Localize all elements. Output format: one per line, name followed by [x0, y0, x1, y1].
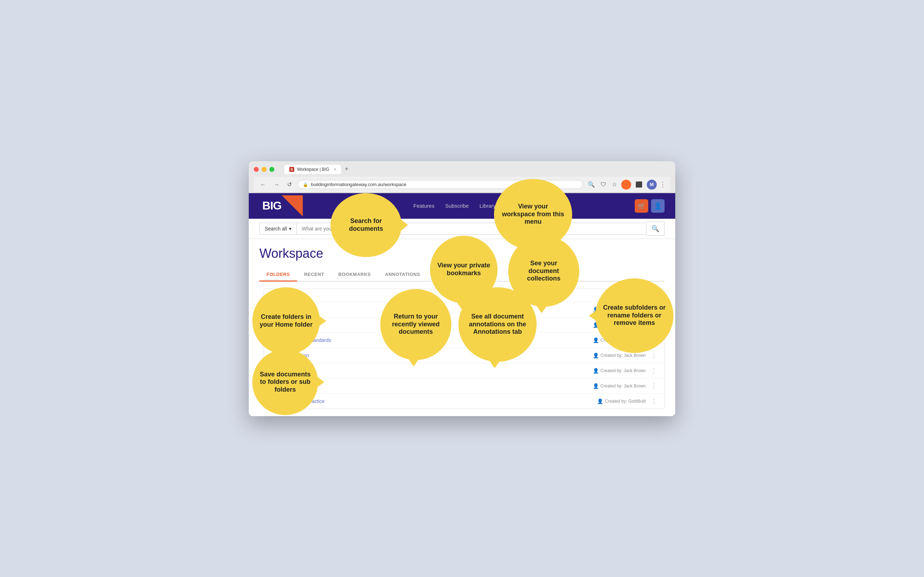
more-options-button[interactable]: ⋮ — [649, 351, 659, 359]
address-text: buildinginformationgateway.com.au/worksp… — [311, 182, 407, 187]
table-row: 📁 7. Codes of Practice 👤 Created by: Get… — [263, 394, 664, 409]
created-by-label: 👤 Created by: Jack Brown — [593, 383, 646, 389]
callout-see-annotations: See all document annotations on the Anno… — [459, 287, 536, 362]
table-row: 📁 5. Safety 👤 Created by: Jack Brown ⋮ — [263, 363, 664, 379]
site-header-actions: 🛒 👤 — [635, 199, 665, 213]
more-options-button[interactable]: ⋮ — [649, 382, 659, 390]
dropdown-icon: ▾ — [289, 226, 291, 232]
new-tab-button[interactable]: + — [342, 166, 351, 173]
created-by-label: 👤 Created by: Jack Brown — [593, 353, 646, 358]
tab-bookmarks[interactable]: BOOKMARKS — [331, 268, 378, 282]
callout-create-folders-text: Create folders in your Home folder — [259, 313, 313, 329]
callout-see-annotations-text: See all document annotations on the Anno… — [465, 313, 530, 336]
tab-title: Workspace | BIG — [297, 167, 329, 172]
browser-titlebar: B Workspace | BIG × + ← → ↺ 🔒 buildingin… — [249, 161, 675, 193]
user-account-button[interactable]: 👤 — [651, 199, 665, 213]
user-icon: 👤 — [593, 368, 599, 374]
address-bar-row: ← → ↺ 🔒 buildinginformationgateway.com.a… — [254, 177, 670, 193]
browser-controls: B Workspace | BIG × + — [254, 165, 670, 174]
created-by-label: 👤 Created by: Jack Brown — [593, 368, 646, 374]
callout-see-collections-text: See your document collections — [515, 259, 572, 283]
callout-search: Search for documents — [331, 193, 402, 257]
tab-bar: B Workspace | BIG × + — [284, 165, 351, 174]
nav-features[interactable]: Features — [413, 203, 434, 209]
callout-search-text: Search for documents — [338, 217, 394, 232]
search-submit-button[interactable]: 🔍 — [646, 222, 665, 236]
browser-tab[interactable]: B Workspace | BIG × — [284, 165, 341, 174]
callout-view-bookmarks-text: View your private bookmarks — [437, 262, 490, 277]
nav-subscribe[interactable]: Subscribe — [445, 203, 469, 209]
minimize-window-button[interactable] — [262, 167, 267, 172]
extension-button[interactable] — [621, 180, 631, 190]
extensions-icon[interactable]: ⬛ — [634, 180, 644, 189]
callout-create-subfolders-text: Create subfolders or rename folders or r… — [603, 304, 666, 327]
site-logo[interactable]: BIG — [259, 195, 303, 217]
search-type-label: Search all — [265, 226, 287, 232]
browser-menu-button[interactable]: ⋮ — [660, 181, 666, 189]
profile-button[interactable]: M — [647, 180, 657, 190]
table-row: 📁 4. Legislation 👤 Created by: Jack Brow… — [263, 348, 664, 363]
callout-save-documents: Save documents to folders or sub folders — [252, 350, 318, 415]
user-icon: 👤 — [593, 383, 599, 389]
maximize-window-button[interactable] — [270, 167, 275, 172]
back-button[interactable]: ← — [258, 181, 268, 189]
logo-text: BIG — [262, 199, 281, 212]
callout-create-subfolders: Create subfolders or rename folders or r… — [595, 278, 674, 353]
search-type-dropdown[interactable]: Search all ▾ — [259, 222, 296, 235]
callout-create-folders: Create folders in your Home folder — [252, 287, 320, 355]
nav-library[interactable]: Library — [480, 203, 496, 209]
callout-view-workspace-text: View your workspace from this menu — [501, 203, 565, 226]
zoom-icon[interactable]: 🔍 — [586, 180, 596, 189]
folder-name[interactable]: 5. Safety — [280, 368, 589, 374]
tab-recent[interactable]: RECENT — [297, 268, 331, 282]
logo-box: BIG — [259, 195, 284, 217]
close-tab-button[interactable]: × — [334, 167, 336, 172]
forward-button[interactable]: → — [271, 181, 281, 189]
logo-accent — [281, 195, 303, 217]
tab-favicon: B — [289, 167, 294, 172]
cart-button[interactable]: 🛒 — [635, 199, 648, 213]
callout-return-recent-text: Return to your recently viewed documents — [388, 313, 444, 336]
site-header: BIG Features Subscribe Library Workspace… — [249, 193, 675, 219]
folder-name[interactable]: 7. Codes of Practice — [280, 398, 593, 404]
refresh-button[interactable]: ↺ — [285, 181, 294, 189]
user-icon: 👤 — [593, 353, 599, 358]
folder-name[interactable]: 6. Licensing — [280, 383, 589, 389]
star-icon[interactable]: ☆ — [611, 180, 619, 189]
shield-icon[interactable]: 🛡 — [599, 180, 608, 189]
tab-folders[interactable]: FOLDERS — [259, 268, 297, 282]
close-window-button[interactable] — [254, 167, 259, 172]
more-options-button[interactable]: ⋮ — [649, 367, 659, 375]
lock-icon: 🔒 — [303, 182, 308, 187]
callout-save-documents-text: Save documents to folders or sub folders — [259, 371, 311, 394]
page-wrapper: B Workspace | BIG × + ← → ↺ 🔒 buildingin… — [249, 161, 675, 416]
callout-return-recent: Return to your recently viewed documents — [380, 289, 451, 360]
user-icon: 👤 — [593, 337, 599, 343]
created-by-label: 👤 Created by: GetItBuilt — [597, 398, 646, 404]
more-options-button[interactable]: ⋮ — [649, 397, 659, 405]
tab-annotations[interactable]: ANNOTATIONS — [378, 268, 427, 282]
browser-actions: 🔍 🛡 ☆ ⬛ M ⋮ — [586, 180, 666, 190]
user-icon: 👤 — [597, 398, 603, 404]
